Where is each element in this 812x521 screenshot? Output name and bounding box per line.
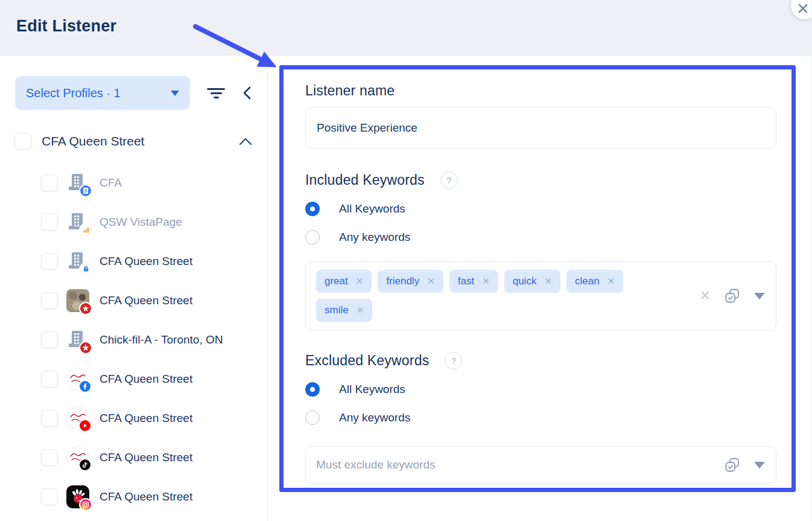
expand-keywords-icon[interactable]: [754, 462, 765, 468]
remove-tag-icon[interactable]: ✕: [607, 276, 615, 287]
youtube-badge-icon: [78, 419, 92, 432]
radio-selected-icon[interactable]: [305, 202, 320, 216]
remove-tag-icon[interactable]: ✕: [544, 276, 552, 287]
logo-avatar: [66, 446, 89, 469]
included-keywords-input[interactable]: great✕ friendly✕ fast✕ quick✕ clean✕ smi…: [305, 261, 776, 330]
remove-tag-icon[interactable]: ✕: [356, 276, 364, 287]
profile-checkbox[interactable]: [41, 253, 58, 270]
profile-checkbox[interactable]: [41, 488, 58, 505]
excluded-keywords-input-box: [305, 446, 776, 484]
clear-all-tags-icon[interactable]: ✕: [700, 289, 711, 302]
profile-row[interactable]: CFA Queen Street: [0, 359, 267, 398]
instagram-badge-icon: [79, 498, 92, 511]
listener-name-label: Listener name: [305, 83, 776, 99]
building-avatar: [66, 171, 89, 194]
building-avatar: [66, 328, 89, 351]
profile-name: Chick-fil-A - Toronto, ON: [100, 333, 223, 347]
collapse-group-button[interactable]: [238, 136, 253, 146]
radio-unselected-icon[interactable]: [305, 230, 320, 245]
dialog-header: Edit Listener: [0, 0, 811, 56]
filter-icon: [207, 88, 225, 90]
analytics-badge-icon: [79, 223, 92, 237]
profile-row[interactable]: QSW VistaPage: [0, 202, 267, 241]
profile-checkbox[interactable]: [41, 449, 58, 466]
profile-row[interactable]: CFA Queen Street: [0, 438, 267, 477]
group-label: CFA Queen Street: [42, 134, 238, 149]
excluded-any-keywords-option[interactable]: Any keywords: [305, 411, 776, 425]
excluded-all-keywords-option[interactable]: All Keywords: [305, 382, 776, 397]
remove-tag-icon[interactable]: ✕: [357, 305, 364, 316]
chevron-left-icon: [241, 85, 254, 101]
chevron-up-icon: [238, 136, 253, 146]
keyword-tag: quick✕: [504, 270, 560, 293]
building-avatar: [66, 250, 89, 273]
google-business-badge-icon: [79, 263, 92, 276]
profile-name: CFA Queen Street: [100, 294, 192, 307]
profile-row[interactable]: CFA Queen Street: [0, 398, 267, 438]
chevron-down-icon: [171, 91, 179, 96]
profile-name: CFA Queen Street: [100, 490, 192, 503]
facebook-badge-icon: [78, 380, 92, 393]
copy-keywords-icon[interactable]: [724, 456, 741, 473]
excluded-keywords-label: Excluded Keywords: [305, 353, 429, 369]
close-icon: [798, 3, 808, 14]
yelp-badge-icon: [79, 302, 92, 315]
profile-sidebar: Select Profiles · 1 CFA Queen Street: [0, 56, 268, 521]
filter-button[interactable]: [206, 83, 226, 103]
close-button[interactable]: [791, 0, 812, 19]
included-any-keywords-option[interactable]: Any keywords: [305, 230, 776, 245]
profile-name: CFA: [100, 176, 122, 190]
profile-row[interactable]: CFA Queen Street: [0, 241, 267, 281]
keyword-tag: friendly✕: [378, 270, 443, 293]
profile-name: CFA Queen Street: [100, 255, 192, 268]
select-profiles-label: Select Profiles · 1: [26, 86, 171, 100]
logo-avatar: [66, 368, 89, 391]
listener-form-panel: Listener name Included Keywords ? All Ke…: [268, 56, 811, 521]
cfa-logo-avatar: [66, 485, 89, 508]
profile-checkbox[interactable]: [41, 292, 58, 309]
radio-selected-icon[interactable]: [305, 382, 320, 397]
blog-post-badge-icon: [79, 184, 92, 197]
listener-name-input[interactable]: [305, 107, 776, 149]
yelp-badge-icon: [79, 341, 92, 354]
building-avatar: [66, 211, 89, 234]
expand-keywords-icon[interactable]: [754, 293, 765, 299]
profile-checkbox[interactable]: [41, 410, 58, 427]
profile-row[interactable]: CFA Queen Street: [0, 281, 267, 320]
profile-checkbox[interactable]: [41, 371, 58, 388]
help-icon[interactable]: ?: [440, 171, 458, 189]
profile-checkbox[interactable]: [41, 331, 58, 348]
help-icon[interactable]: ?: [445, 352, 462, 369]
keyword-tag: great✕: [316, 270, 372, 293]
keyword-tag: fast✕: [449, 270, 498, 293]
included-keywords-label: Included Keywords: [305, 172, 425, 188]
radio-unselected-icon[interactable]: [305, 411, 320, 425]
tiktok-badge-icon: [78, 458, 92, 471]
included-all-keywords-option[interactable]: All Keywords: [305, 202, 776, 216]
excluded-keywords-input[interactable]: [316, 458, 685, 471]
profile-name: CFA Queen Street: [100, 412, 192, 425]
profile-name: CFA Queen Street: [100, 451, 192, 464]
remove-tag-icon[interactable]: ✕: [482, 276, 490, 287]
profile-checkbox[interactable]: [41, 174, 58, 191]
profile-list: CFA QSW VistaPage: [0, 163, 267, 516]
profile-row[interactable]: Chick-fil-A - Toronto, ON: [0, 320, 267, 359]
collapse-sidebar-button[interactable]: [241, 85, 254, 101]
profile-group-row: CFA Queen Street: [14, 133, 253, 150]
keyword-tag: smile✕: [316, 299, 372, 322]
profile-checkbox[interactable]: [41, 214, 58, 231]
sidebar-toolbar: Select Profiles · 1: [0, 76, 267, 110]
select-profiles-dropdown[interactable]: Select Profiles · 1: [15, 76, 190, 110]
edit-listener-dialog: Edit Listener Select Profiles · 1: [0, 0, 812, 521]
group-checkbox[interactable]: [14, 133, 31, 150]
profile-row[interactable]: CFA: [0, 163, 267, 202]
profile-name: CFA Queen Street: [100, 372, 192, 386]
keyword-tag: clean✕: [566, 270, 623, 293]
photo-avatar: [66, 289, 89, 312]
copy-keywords-icon[interactable]: [724, 287, 741, 304]
remove-tag-icon[interactable]: ✕: [427, 276, 435, 287]
page-title: Edit Listener: [16, 17, 116, 36]
profile-name: QSW VistaPage: [100, 216, 182, 229]
profile-row[interactable]: CFA Queen Street: [0, 477, 267, 516]
logo-avatar: [66, 407, 89, 430]
